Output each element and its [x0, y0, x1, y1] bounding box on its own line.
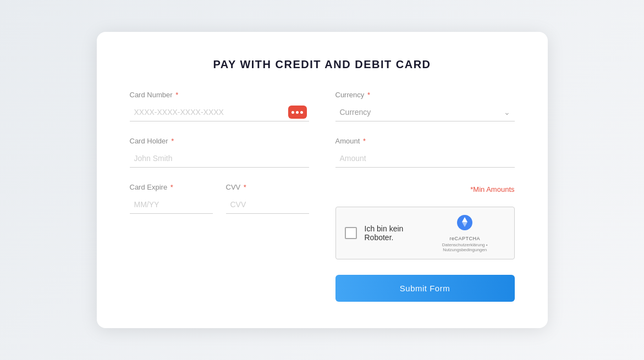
cvv-input-wrap — [226, 196, 309, 214]
card-holder-input-wrap — [130, 149, 309, 168]
currency-label: Currency * — [335, 91, 515, 99]
recaptcha-svg — [456, 214, 474, 231]
min-amounts-label: *Min Amounts — [335, 185, 515, 193]
card-expire-group: Card Expire * — [130, 183, 213, 286]
right-section: *Min Amounts Ich bin kein Roboter. — [335, 183, 515, 302]
dot-3 — [300, 111, 303, 114]
card-number-group: Card Number * — [130, 91, 309, 121]
recaptcha-links: Datenschutzerklärung • Nutzungsbedingung… — [425, 242, 505, 252]
card-dots — [291, 111, 303, 114]
currency-group: Currency * Currency USD EUR GBP CHF ⌄ — [335, 91, 515, 121]
payment-card: PAY WITH CREDIT AND DEBIT CARD Card Numb… — [97, 32, 548, 328]
card-holder-group: Card Holder * — [130, 137, 309, 168]
page-title: PAY WITH CREDIT AND DEBIT CARD — [130, 58, 515, 71]
recaptcha-checkbox[interactable] — [345, 227, 357, 239]
dot-2 — [296, 111, 299, 114]
dot-1 — [291, 111, 294, 114]
card-holder-input[interactable] — [130, 149, 309, 167]
amount-group: Amount * — [335, 137, 515, 168]
currency-select-wrap: Currency USD EUR GBP CHF ⌄ — [335, 103, 515, 121]
card-number-input-wrap — [130, 103, 309, 121]
card-brand-icon — [288, 106, 307, 119]
amount-input-wrap — [335, 149, 515, 168]
cvv-input[interactable] — [226, 196, 309, 213]
amount-input[interactable] — [335, 149, 515, 167]
recaptcha-left: Ich bin kein Roboter. — [345, 224, 425, 242]
card-number-label: Card Number * — [130, 91, 309, 99]
cvv-group: CVV * — [226, 183, 309, 286]
card-expire-input-wrap — [130, 196, 213, 214]
amount-label: Amount * — [335, 137, 515, 145]
recaptcha-logo-icon — [456, 214, 474, 235]
form-bottom-row: Card Expire * CVV * — [130, 183, 515, 302]
page-background: PAY WITH CREDIT AND DEBIT CARD Card Numb… — [0, 0, 644, 360]
cvv-label: CVV * — [226, 183, 309, 191]
form-top-grid: Card Number * Curr — [130, 91, 515, 183]
card-number-input[interactable] — [130, 103, 288, 121]
recaptcha-brand-label: reCAPTCHA — [449, 236, 480, 241]
card-expire-input[interactable] — [130, 196, 213, 213]
submit-button[interactable]: Submit Form — [335, 275, 515, 302]
card-expire-label: Card Expire * — [130, 183, 213, 191]
recaptcha-box: Ich bin kein Roboter. reCAPTCHA — [335, 207, 515, 259]
card-holder-label: Card Holder * — [130, 137, 309, 145]
recaptcha-text: Ich bin kein Roboter. — [365, 224, 425, 242]
currency-select[interactable]: Currency USD EUR GBP CHF — [335, 103, 515, 121]
recaptcha-right: reCAPTCHA Datenschutzerklärung • Nutzung… — [425, 214, 505, 252]
expire-cvv-row: Card Expire * CVV * — [130, 183, 309, 302]
